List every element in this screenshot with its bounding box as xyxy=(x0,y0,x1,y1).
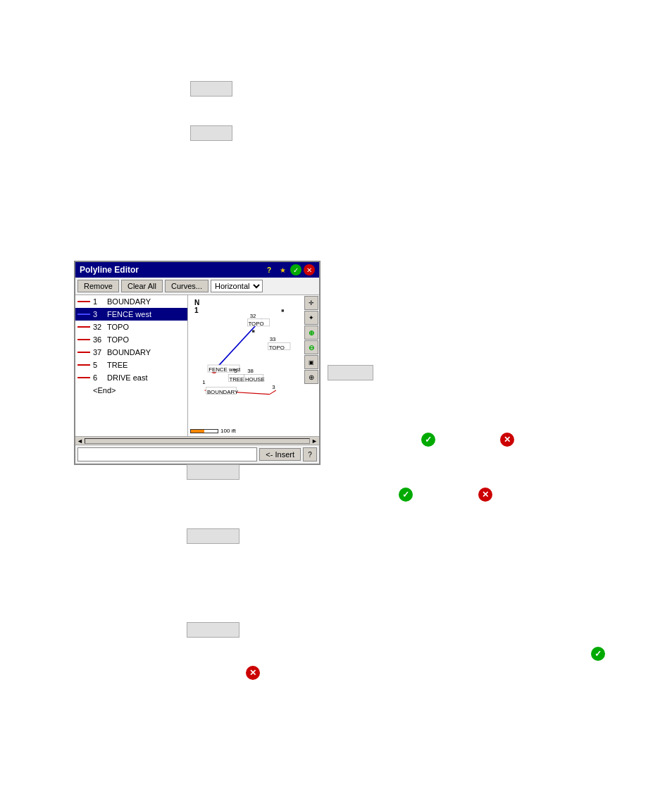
list-item[interactable]: 36 TOPO xyxy=(75,333,187,346)
map-tool-zoom-in[interactable]: ⊕ xyxy=(304,326,318,340)
pin-icon[interactable]: ★ xyxy=(277,264,288,275)
svg-rect-24 xyxy=(252,330,254,333)
dialog-map: ✛ ✦ ⊕ ⊖ ▣ ⊕ N 1 32 xyxy=(188,295,319,436)
remove-button[interactable]: Remove xyxy=(77,280,119,292)
svg-text:HOUSE: HOUSE xyxy=(245,376,265,383)
list-item[interactable]: 32 TOPO xyxy=(75,321,187,333)
scale-bar: 100 ift xyxy=(190,428,236,434)
map-tool-select[interactable]: ✦ xyxy=(304,311,318,325)
dialog-toolbar: Remove Clear All Curves... Horizontal Ve… xyxy=(75,278,319,295)
svg-text:3: 3 xyxy=(272,384,275,390)
ok-icon-1[interactable]: ✓ xyxy=(421,433,435,447)
ok-title-icon[interactable]: ✓ xyxy=(290,264,301,275)
svg-text:1: 1 xyxy=(194,306,199,314)
svg-text:33: 33 xyxy=(270,336,276,342)
cancel-icon-2[interactable]: ✕ xyxy=(478,488,492,502)
map-tool-zoom-extent[interactable]: ⊕ xyxy=(304,370,318,384)
dialog-scrollbar[interactable]: ◄ ► xyxy=(75,436,319,445)
svg-text:TREE: TREE xyxy=(229,376,244,383)
box-1 xyxy=(190,81,232,97)
svg-text:N: N xyxy=(194,299,199,306)
box-5 xyxy=(187,528,239,544)
svg-rect-25 xyxy=(282,309,284,311)
list-item[interactable]: 5 TREE xyxy=(75,359,187,371)
box-3 xyxy=(328,365,373,380)
dialog-titlebar: Polyline Editor ? ★ ✓ ✕ xyxy=(75,262,319,278)
dialog-content: 1 BOUNDARY 3 FENCE west 32 TOPO 36 TOPO xyxy=(75,295,319,436)
svg-text:38: 38 xyxy=(247,368,254,374)
svg-text:1: 1 xyxy=(202,379,205,385)
direction-select[interactable]: Horizontal Vertical xyxy=(211,280,263,292)
svg-line-5 xyxy=(270,390,276,395)
list-item[interactable]: 1 BOUNDARY xyxy=(75,295,187,308)
cancel-icon-1[interactable]: ✕ xyxy=(500,433,514,447)
clear-all-button[interactable]: Clear All xyxy=(121,280,163,292)
ok-icon-3[interactable]: ✓ xyxy=(591,647,605,661)
map-tool-layer[interactable]: ▣ xyxy=(304,355,318,369)
box-2 xyxy=(190,125,232,141)
close-title-icon[interactable]: ✕ xyxy=(304,264,315,275)
map-tool-move[interactable]: ✛ xyxy=(304,296,318,310)
curves-button[interactable]: Curves... xyxy=(165,280,209,292)
dialog-title: Polyline Editor xyxy=(80,265,139,275)
svg-text:32: 32 xyxy=(250,313,256,319)
svg-text:TOPO: TOPO xyxy=(248,321,263,327)
help-bottom-icon[interactable]: ? xyxy=(303,447,317,461)
list-item-selected[interactable]: 3 FENCE west xyxy=(75,308,187,321)
help-icon[interactable]: ? xyxy=(263,264,275,275)
ok-icon-2[interactable]: ✓ xyxy=(399,488,413,502)
box-6 xyxy=(187,622,239,638)
polyline-editor-dialog: Polyline Editor ? ★ ✓ ✕ Remove Clear All… xyxy=(74,261,321,465)
cancel-icon-3[interactable]: ✕ xyxy=(246,666,260,680)
list-item[interactable]: 37 BOUNDARY xyxy=(75,346,187,359)
list-item[interactable]: 6 DRIVE east xyxy=(75,371,187,384)
insert-input[interactable] xyxy=(77,447,257,461)
insert-button[interactable]: <- Insert xyxy=(259,448,301,461)
box-4 xyxy=(187,464,239,480)
map-tool-zoom-out[interactable]: ⊖ xyxy=(304,340,318,354)
svg-text:BOUNDARY: BOUNDARY xyxy=(207,389,239,395)
list-item-end[interactable]: <End> xyxy=(75,384,187,397)
dialog-bottom: <- Insert ? xyxy=(75,445,319,464)
svg-text:5: 5 xyxy=(234,368,237,374)
svg-text:TOPO: TOPO xyxy=(269,345,285,351)
polyline-list[interactable]: 1 BOUNDARY 3 FENCE west 32 TOPO 36 TOPO xyxy=(75,295,188,436)
